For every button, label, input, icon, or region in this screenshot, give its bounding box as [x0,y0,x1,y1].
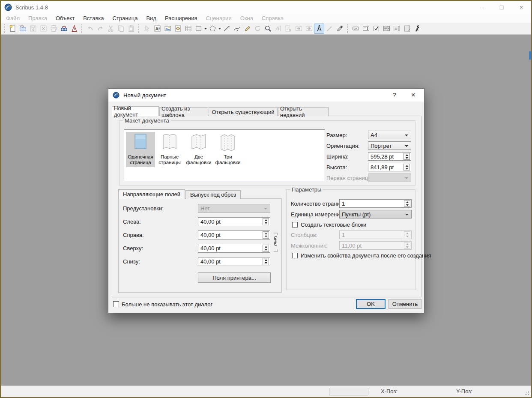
unlink-frames-icon [304,24,314,34]
menu-4-вставка[interactable]: Вставка [79,15,108,21]
close-button[interactable]: × [511,1,531,14]
edit-contents-icon: A [273,24,283,34]
link-margins-icon[interactable] [272,232,279,254]
margin-bottom-spin-buttons[interactable] [263,258,269,265]
width-spin-buttons[interactable] [403,153,410,160]
insert-shape-icon[interactable] [193,24,203,34]
options-group: Параметры Количество страниц: 1 Единица … [286,189,415,290]
insert-polygon-dropdown-arrow-icon[interactable] [218,24,221,33]
dont-show-again-label: Больше не показывать этот диалог [122,301,212,308]
height-spin-buttons[interactable] [403,164,410,171]
toolbar-separator [4,24,5,33]
height-spinbox[interactable]: 841,89 pt [368,163,411,171]
tab-new-document[interactable]: Новый документ [112,106,159,116]
ok-button[interactable]: OK [356,299,386,309]
tab-bleeds[interactable]: Выпуск под обрез [185,190,241,199]
zoom-icon[interactable] [263,24,273,34]
insert-render-frame-icon[interactable] [173,24,183,34]
options-group-title: Параметры [290,186,323,193]
export-pdf-icon[interactable] [69,24,79,34]
margin-left-spin-buttons[interactable] [263,218,269,225]
margin-top-spinbox[interactable]: 40,00 pt [198,244,270,253]
width-spinbox[interactable]: 595,28 pt [368,152,411,161]
dialog-help-button[interactable]: ? [387,89,402,102]
columns-value: 1 [342,232,345,238]
insert-freehand-icon[interactable] [242,24,252,34]
menu-7-расширения[interactable]: Расширения [161,15,202,21]
margin-right-spinbox[interactable]: 40,00 pt [198,230,270,239]
menu-6-вид[interactable]: Вид [142,15,161,21]
size-combobox[interactable]: A4 [368,131,411,139]
columns-label: Столбцов: [291,232,317,238]
margin-right-value: 40,00 pt [200,232,221,238]
orientation-combobox[interactable]: Портрет [368,141,411,150]
margin-left-spinbox[interactable]: 40,00 pt [198,217,270,226]
margin-bottom-value: 40,00 pt [200,258,221,265]
columns-spin-buttons [404,231,410,238]
layout-option-facing-pages[interactable]: Парные страницы [155,132,184,167]
three-fold-icon [214,133,242,153]
new-document-icon[interactable] [7,24,18,34]
orientation-value: Портрет [371,143,392,149]
tab-open-existing[interactable]: Открыть существующий [209,107,278,116]
pdf-text-annotation-icon[interactable] [402,24,412,34]
edit-after-create-checkbox[interactable] [292,253,298,258]
size-value: A4 [371,132,377,138]
insert-line-icon[interactable] [221,24,232,34]
layout-option-label: Две фальцовки [185,154,213,165]
toolbar-separator [347,24,348,33]
eyedropper-icon[interactable] [335,24,345,34]
pdf-link-annotation-icon[interactable] [412,24,422,34]
pdf-list-box-icon[interactable] [392,24,402,34]
tab-margin-guides[interactable]: Направляющие полей [118,189,185,199]
document-canvas: Новый документ ? × Новый документ Создат… [1,35,531,386]
facing-pages-icon [155,133,184,153]
toolbar-separator [81,24,83,33]
measurements-icon[interactable] [314,24,324,34]
dialog-tab-bar: Новый документ Создать из шаблона Открыт… [112,107,329,116]
layout-option-three-fold[interactable]: Три фальцовки [213,132,242,167]
insert-image-frame-icon[interactable] [162,24,173,34]
redo-icon [95,24,105,34]
layout-option-label: Одиночная страница [126,154,155,165]
insert-table-icon[interactable] [183,24,193,34]
page-count-spin-buttons[interactable] [404,200,410,207]
layout-option-single-page[interactable]: Одиночная страница [126,132,155,167]
minimize-button[interactable]: – [472,1,492,14]
menu-5-страница[interactable]: Страница [108,15,142,21]
resize-grip[interactable] [525,391,530,396]
preflight-verifier-icon[interactable] [59,24,69,34]
insert-shape-dropdown-arrow-icon[interactable] [203,24,207,33]
window-titlebar: Scribus 1.4.8 – □ × [1,1,531,14]
pdf-text-field-icon[interactable] [361,24,371,34]
margin-right-spin-buttons[interactable] [263,231,269,239]
width-label: Ширина: [326,153,349,160]
tab-open-recent[interactable]: Открыть недавний [278,107,329,116]
pdf-push-button-icon[interactable]: OK [350,24,361,34]
unit-combobox[interactable]: Пункты (pt) [339,210,412,218]
dialog-close-button[interactable]: × [406,89,421,102]
edit-text-story-icon [283,24,293,34]
cancel-button[interactable]: Отменить [389,299,421,309]
menu-3-объект[interactable]: Объект [51,15,79,21]
maximize-button[interactable]: □ [492,1,511,14]
insert-bezier-icon[interactable] [232,24,242,34]
insert-text-frame-icon[interactable]: A [152,24,162,34]
open-document-icon[interactable] [18,24,28,34]
pdf-checkbox-icon[interactable] [371,24,381,34]
scrollbar-fragment [529,51,531,60]
margin-bottom-spinbox[interactable]: 40,00 pt [198,257,270,266]
margin-top-spin-buttons[interactable] [263,245,269,252]
document-layout-group: Макет документа Одиночная страницаПарные… [119,120,415,186]
printer-margins-button[interactable]: Поля принтера... [198,272,271,283]
size-label: Размер: [326,132,347,138]
create-text-frames-checkbox[interactable] [292,222,298,227]
insert-polygon-icon[interactable] [207,24,218,34]
window-title: Scribus 1.4.8 [15,4,48,11]
layout-option-two-fold[interactable]: Две фальцовки [184,132,213,167]
page-count-spinbox[interactable]: 1 [339,199,412,208]
tab-new-from-template[interactable]: Создать из шаблона [159,107,208,116]
dont-show-again-checkbox[interactable] [113,301,119,307]
pdf-combo-box-icon[interactable] [381,24,392,34]
first-page-label: Первая страница: [326,175,373,181]
